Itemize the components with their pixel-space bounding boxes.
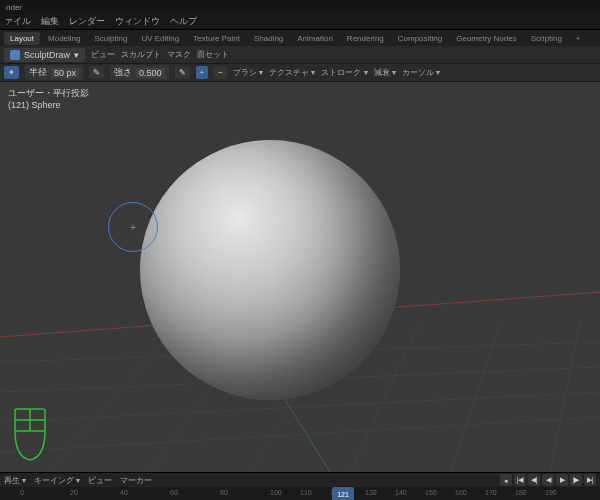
- brush-dropdown[interactable]: ブラシ ▾: [233, 67, 263, 78]
- next-key-button[interactable]: |▶: [570, 474, 582, 486]
- tab-add[interactable]: +: [570, 32, 587, 45]
- tab-uv[interactable]: UV Editing: [135, 32, 185, 45]
- brush-icon[interactable]: ✦: [4, 66, 19, 79]
- tab-animation[interactable]: Animation: [291, 32, 339, 45]
- strength-label: 強さ: [114, 66, 132, 79]
- tab-layout[interactable]: Layout: [4, 32, 40, 45]
- stroke-dropdown[interactable]: ストローク ▾: [321, 67, 367, 78]
- tick: 130: [365, 489, 377, 496]
- viewport-3d[interactable]: ユーザー・平行投影 (121) Sphere: [0, 82, 600, 472]
- tick: 100: [270, 489, 282, 496]
- tab-sculpting[interactable]: Sculpting: [89, 32, 134, 45]
- radius-pressure-toggle[interactable]: ✎: [89, 66, 104, 79]
- menu-help[interactable]: ヘルプ: [170, 15, 197, 28]
- header-toolbar: SculptDraw ▾ ビュー スカルプト マスク 面セット: [0, 46, 600, 64]
- tab-texture[interactable]: Texture Paint: [187, 32, 246, 45]
- play-rev-button[interactable]: ◀: [542, 474, 554, 486]
- radius-field[interactable]: 半径 50 px: [25, 65, 83, 80]
- tl-keying[interactable]: キーイング ▾: [34, 475, 80, 486]
- sphere-object[interactable]: [140, 140, 400, 400]
- strength-field[interactable]: 強さ 0.500: [110, 65, 169, 80]
- cursor-dropdown[interactable]: カーソル ▾: [402, 67, 440, 78]
- brush-cursor: [108, 202, 158, 252]
- jump-start-button[interactable]: |◀: [514, 474, 526, 486]
- timeline: 再生 ▾ キーイング ▾ ビュー マーカー ● |◀ ◀| ◀ ▶ |▶ ▶| …: [0, 472, 600, 500]
- tick: 20: [70, 489, 78, 496]
- strength-pressure-toggle[interactable]: ✎: [175, 66, 190, 79]
- viewmenu-sculpt[interactable]: スカルプト: [121, 49, 161, 60]
- radius-value[interactable]: 50 px: [51, 68, 79, 78]
- tl-view[interactable]: ビュー: [88, 475, 112, 486]
- menu-edit[interactable]: 編集: [41, 15, 59, 28]
- tab-shading[interactable]: Shading: [248, 32, 289, 45]
- tick: 150: [425, 489, 437, 496]
- falloff-dropdown[interactable]: 減衰 ▾: [374, 67, 396, 78]
- playback-controls: ● |◀ ◀| ◀ ▶ |▶ ▶|: [500, 474, 596, 486]
- brush-toolbar: ✦ 半径 50 px ✎ 強さ 0.500 ✎ + − ブラシ ▾ テクスチャ …: [0, 64, 600, 82]
- tl-playback[interactable]: 再生 ▾: [4, 475, 26, 486]
- tick: 40: [120, 489, 128, 496]
- direction-sub-button[interactable]: −: [214, 66, 227, 79]
- viewmenu-mask[interactable]: マスク: [167, 49, 191, 60]
- menubar: ァイル 編集 レンダー ウィンドウ ヘルプ: [0, 14, 600, 30]
- chevron-down-icon: ▾: [74, 50, 79, 60]
- play-button[interactable]: ▶: [556, 474, 568, 486]
- timeline-header: 再生 ▾ キーイング ▾ ビュー マーカー ● |◀ ◀| ◀ ▶ |▶ ▶|: [0, 473, 600, 487]
- tick: 110: [300, 489, 312, 496]
- svg-line-3: [0, 417, 600, 452]
- mode-label: SculptDraw: [24, 50, 70, 60]
- tab-compositing[interactable]: Compositing: [392, 32, 448, 45]
- tab-scripting[interactable]: Scripting: [525, 32, 568, 45]
- jump-end-button[interactable]: ▶|: [584, 474, 596, 486]
- prev-key-button[interactable]: ◀|: [528, 474, 540, 486]
- menu-window[interactable]: ウィンドウ: [115, 15, 160, 28]
- tab-modeling[interactable]: Modeling: [42, 32, 86, 45]
- tick: 60: [170, 489, 178, 496]
- sculpt-mode-icon: [10, 50, 20, 60]
- viewmenu-view[interactable]: ビュー: [91, 49, 115, 60]
- tick: 0: [20, 489, 24, 496]
- svg-line-8: [450, 322, 500, 472]
- menu-render[interactable]: レンダー: [69, 15, 105, 28]
- tick: 160: [455, 489, 467, 496]
- tick: 80: [220, 489, 228, 496]
- app-title: nder: [6, 3, 22, 12]
- timeline-ruler[interactable]: 0 20 40 60 80 100 110 120 130 140 150 16…: [0, 487, 600, 500]
- tick: 190: [545, 489, 557, 496]
- overlay-object: (121) Sphere: [8, 100, 89, 112]
- tick: 140: [395, 489, 407, 496]
- mouse-hint-icon: [10, 407, 50, 462]
- overlay-info: ユーザー・平行投影 (121) Sphere: [8, 88, 89, 111]
- tab-geonodes[interactable]: Geometry Nodes: [450, 32, 522, 45]
- menu-file[interactable]: ァイル: [4, 15, 31, 28]
- playhead[interactable]: 121: [332, 487, 354, 500]
- tick: 170: [485, 489, 497, 496]
- svg-line-4: [50, 322, 180, 472]
- tab-rendering[interactable]: Rendering: [341, 32, 390, 45]
- tl-marker[interactable]: マーカー: [120, 475, 152, 486]
- tick: 180: [515, 489, 527, 496]
- viewmenu-faceset[interactable]: 面セット: [197, 49, 229, 60]
- svg-line-2: [0, 392, 600, 422]
- autokey-toggle[interactable]: ●: [500, 474, 512, 486]
- titlebar: nder: [0, 0, 600, 14]
- texture-dropdown[interactable]: テクスチャ ▾: [269, 67, 315, 78]
- mode-dropdown[interactable]: SculptDraw ▾: [4, 48, 85, 62]
- svg-line-9: [550, 322, 580, 472]
- strength-value[interactable]: 0.500: [136, 68, 165, 78]
- radius-label: 半径: [29, 66, 47, 79]
- workspace-tabs: Layout Modeling Sculpting UV Editing Tex…: [0, 30, 600, 46]
- direction-add-button[interactable]: +: [196, 66, 209, 79]
- overlay-projection: ユーザー・平行投影: [8, 88, 89, 100]
